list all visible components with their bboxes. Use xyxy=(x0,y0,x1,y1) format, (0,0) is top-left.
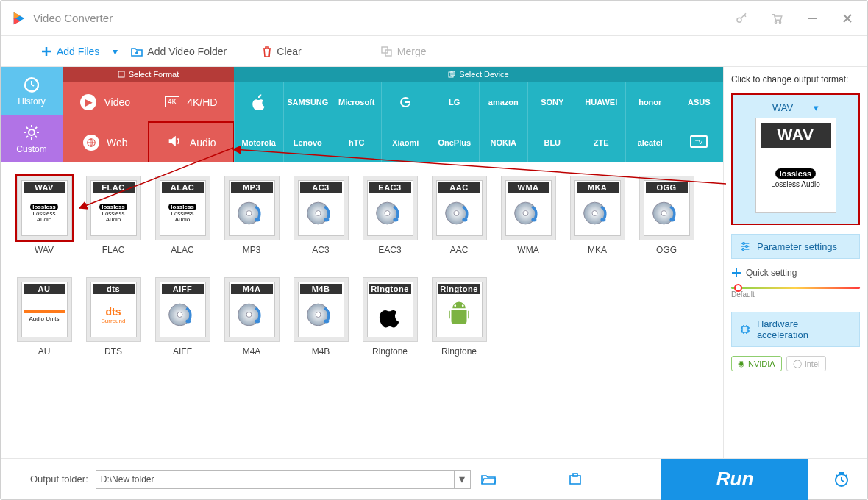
speaker-icon xyxy=(166,133,182,151)
svg-point-46 xyxy=(185,319,191,323)
device-xiaomi[interactable]: Xiaomi xyxy=(381,122,430,162)
add-files-label: Add Files xyxy=(57,46,99,57)
format-web[interactable]: Web xyxy=(63,122,149,162)
svg-point-3 xyxy=(737,18,741,22)
device-google[interactable] xyxy=(381,82,430,122)
format-4k[interactable]: 4K 4K/HD xyxy=(149,82,235,122)
svg-point-52 xyxy=(324,319,329,323)
svg-point-60 xyxy=(742,249,744,251)
svg-text:TV: TV xyxy=(695,139,703,146)
format-tile-alac[interactable]: ALAClosslessLosslessAudioALAC xyxy=(149,176,216,255)
format-tile-flac[interactable]: FLAClosslessLosslessAudioFLAC xyxy=(80,176,146,255)
format-tile-m4a[interactable]: M4AM4A xyxy=(218,277,285,357)
merge-button: Merge xyxy=(381,46,427,57)
play-icon: ▶ xyxy=(80,94,96,110)
svg-point-42 xyxy=(661,211,666,216)
device-sony[interactable]: SONY xyxy=(527,82,577,122)
svg-point-51 xyxy=(316,312,321,318)
footer: Output folder: ▾ Run xyxy=(1,458,867,499)
add-files-button[interactable]: Add Files xyxy=(40,46,99,57)
output-folder-dropdown[interactable]: ▾ xyxy=(454,471,470,488)
svg-point-45 xyxy=(177,312,182,318)
svg-point-37 xyxy=(531,218,536,221)
device-htc[interactable]: hTC xyxy=(332,122,381,162)
output-folder-input[interactable]: ▾ xyxy=(96,470,471,489)
history-button[interactable]: History xyxy=(1,67,63,115)
format-tile-au[interactable]: AUAudio UnitsAU xyxy=(11,277,77,357)
fourk-icon: 4K xyxy=(165,96,179,107)
timer-button[interactable] xyxy=(816,459,867,500)
close-button[interactable] xyxy=(838,9,857,28)
output-format-preview[interactable]: WAV ▾ WAV lossless Lossless Audio xyxy=(731,93,860,225)
nvidia-chip[interactable]: ◉NVIDIA xyxy=(731,356,782,371)
add-folder-button[interactable]: Add Video Folder xyxy=(131,46,227,57)
device-amazon[interactable]: amazon xyxy=(479,82,528,122)
run-button[interactable]: Run xyxy=(661,459,808,500)
custom-button[interactable]: Custom xyxy=(1,115,63,162)
preview-thumb: WAV lossless Lossless Audio xyxy=(755,118,836,213)
format-tile-wma[interactable]: WMAWMA xyxy=(495,176,561,255)
intel-chip[interactable]: ◯Intel xyxy=(786,356,827,371)
device-motorola[interactable]: Motorola xyxy=(234,122,283,162)
device-microsoft[interactable]: Microsoft xyxy=(332,82,381,122)
parameter-settings-label: Parameter settings xyxy=(757,241,837,252)
svg-point-49 xyxy=(255,319,260,323)
format-tile-wav[interactable]: WAVlosslessLosslessAudioWAV xyxy=(11,176,77,255)
device-apple[interactable] xyxy=(234,82,283,122)
device-zte[interactable]: ZTE xyxy=(577,122,626,162)
svg-rect-63 xyxy=(742,326,748,332)
device-asus[interactable]: ASUS xyxy=(675,82,724,122)
format-tile-aac[interactable]: AACAAC xyxy=(426,176,492,255)
device-lenovo[interactable]: Lenovo xyxy=(283,122,332,162)
device-samsung[interactable]: SAMSUNG xyxy=(283,82,332,122)
device-tv[interactable]: TV xyxy=(675,122,724,162)
svg-point-36 xyxy=(523,211,528,216)
format-tile-ringtone[interactable]: RingtoneRingtone xyxy=(426,277,492,357)
hardware-accel-label: Hardware acceleration xyxy=(757,318,852,340)
device-huawei[interactable]: HUAWEI xyxy=(577,82,626,122)
device-alcatel[interactable]: alcatel xyxy=(625,122,675,162)
key-icon[interactable] xyxy=(732,9,751,28)
output-folder-field[interactable] xyxy=(96,471,454,488)
device-blu[interactable]: BLU xyxy=(527,122,577,162)
device-nokia[interactable]: NOKIA xyxy=(479,122,528,162)
cart-icon[interactable] xyxy=(767,9,786,28)
clear-label: Clear xyxy=(277,46,301,57)
device-honor[interactable]: honor xyxy=(625,82,675,122)
device-lg[interactable]: LG xyxy=(430,82,479,122)
format-tile-m4b[interactable]: M4BM4B xyxy=(288,277,354,357)
snapshot-button[interactable] xyxy=(565,470,586,489)
format-tile-aiff[interactable]: AIFFAIFF xyxy=(149,277,216,357)
format-audio[interactable]: Audio xyxy=(149,122,235,162)
svg-point-16 xyxy=(29,129,35,135)
format-tile-ac3[interactable]: AC3AC3 xyxy=(288,176,354,255)
minimize-button[interactable] xyxy=(803,9,822,28)
intel-icon: ◯ xyxy=(793,359,802,368)
chevron-down-icon: ▾ xyxy=(814,102,819,113)
nvidia-icon: ◉ xyxy=(738,359,745,368)
svg-point-43 xyxy=(669,218,675,221)
format-tile-ogg[interactable]: OGGOGG xyxy=(633,176,700,255)
globe-icon xyxy=(83,135,99,151)
open-folder-button[interactable] xyxy=(478,470,499,489)
app-title: Video Converter xyxy=(33,12,113,24)
output-format-title: Click to change output format: xyxy=(731,74,860,85)
format-video[interactable]: ▶ Video xyxy=(63,82,149,122)
svg-point-59 xyxy=(746,246,748,248)
format-tile-eac3[interactable]: EAC3EAC3 xyxy=(357,176,423,255)
svg-rect-65 xyxy=(573,474,577,476)
format-tile-mka[interactable]: MKAMKA xyxy=(564,176,630,255)
parameter-settings-button[interactable]: Parameter settings xyxy=(731,234,860,259)
format-tile-dts[interactable]: dtsdtsSurroundDTS xyxy=(80,277,146,357)
device-oneplus[interactable]: OnePlus xyxy=(430,122,479,162)
svg-point-27 xyxy=(316,211,321,216)
add-files-dropdown[interactable]: ▾ xyxy=(113,46,118,57)
quality-slider[interactable]: Default xyxy=(731,287,860,303)
app-logo-icon xyxy=(11,10,27,26)
output-folder-label: Output folder: xyxy=(30,474,88,485)
format-tile-mp3[interactable]: MP3MP3 xyxy=(218,176,285,255)
lossless-sub: Lossless Audio xyxy=(771,180,820,188)
clear-button[interactable]: Clear xyxy=(262,46,301,57)
format-tile-ringtone[interactable]: RingtoneRingtone xyxy=(357,277,423,357)
hardware-accel-button[interactable]: Hardware acceleration xyxy=(731,312,860,347)
